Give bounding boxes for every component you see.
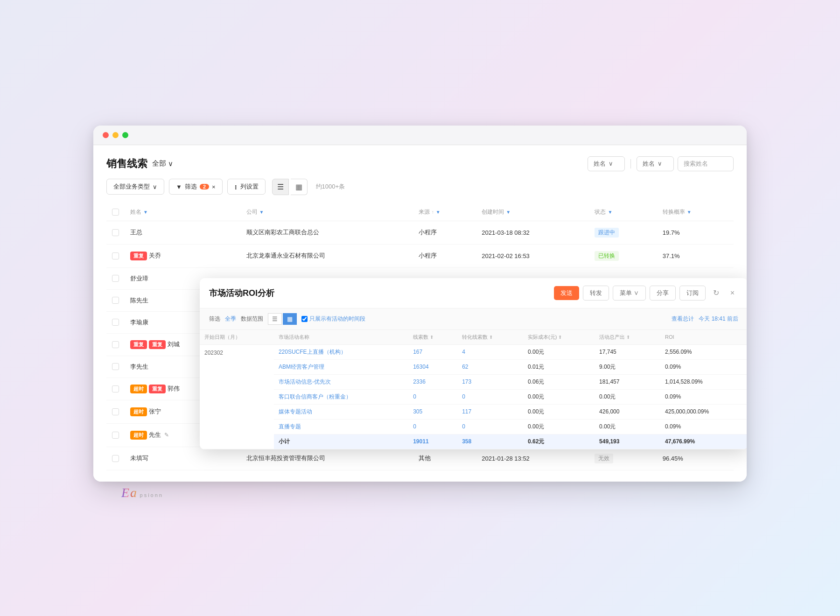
close-dot[interactable] (103, 132, 109, 138)
name-text[interactable]: 李先生 (130, 363, 148, 370)
biz-type-select[interactable]: 全部业务类型 ∨ (106, 179, 164, 195)
select-all-checkbox[interactable] (112, 209, 119, 216)
list-view-button[interactable]: ☰ (272, 179, 289, 195)
time-filter-icon[interactable]: ▼ (506, 210, 511, 215)
col-name-label: 姓名 (130, 208, 141, 216)
roi-converted: 62 (457, 359, 523, 374)
roi-total-leads: 19011 (408, 434, 457, 449)
name-text[interactable]: 李瑜康 (130, 319, 148, 326)
modal-list-view[interactable]: ☰ (268, 313, 282, 325)
name-text[interactable]: 王总 (130, 229, 142, 236)
row-company: 北京恒丰苑投资管理有限公司 (241, 447, 413, 470)
col-settings-button[interactable]: ⫿ 列设置 (227, 179, 266, 195)
name-text[interactable]: 未填写 (130, 455, 148, 462)
row-company: 顺义区南彩农工商联合总公 (241, 221, 413, 244)
roi-output: 9.00元 (595, 359, 660, 374)
row-checkbox[interactable] (112, 341, 119, 348)
view-dropdown[interactable]: 全部 ∨ (152, 159, 173, 168)
row-checkbox[interactable] (112, 297, 119, 304)
filter-badge: 2 (200, 184, 209, 189)
search-input[interactable]: 搜索姓名 (678, 156, 734, 171)
row-checkbox[interactable] (112, 363, 119, 370)
roi-th-roi: ROI (660, 330, 747, 345)
menu-button[interactable]: 菜单 ∨ (613, 286, 646, 301)
row-checkbox[interactable] (112, 408, 119, 415)
forward-button[interactable]: 转发 (583, 286, 609, 301)
roi-leads: 0 (408, 419, 457, 434)
row-checkbox[interactable] (112, 275, 119, 282)
status-filter-icon[interactable]: ▼ (608, 210, 612, 215)
row-checkbox[interactable] (112, 252, 119, 259)
name-text[interactable]: 陈先生 (130, 297, 148, 304)
row-checkbox[interactable] (112, 455, 119, 462)
col-company-label: 公司 (246, 208, 258, 216)
roi-activity-link[interactable]: 客口联合信商客户（粉重金） (279, 393, 351, 400)
modal-actions: 发送 转发 菜单 ∨ 分享 订阅 ↻ × (554, 286, 738, 301)
roi-activity-name: 媒体专题活动 (274, 404, 408, 419)
modal-total-link[interactable]: 查看总计 今天 18:41 前后 (672, 315, 738, 323)
bottom-area: Ea psionn (93, 485, 747, 500)
name-filter-icon[interactable]: ▼ (143, 210, 148, 215)
modal-checkbox-label[interactable]: 只展示有活动的时间段 (301, 315, 365, 323)
roi-table-header: 开始日期（月） 市场活动名称 线索数 ⬆ 转化线索数 ⬆ 实际成本(元) ⬆ 活… (200, 330, 747, 345)
close-button[interactable]: × (727, 287, 738, 299)
subscribe-button[interactable]: 订阅 (679, 286, 706, 301)
bottom-text: Ea (121, 485, 138, 500)
edit-icon[interactable]: ✎ (163, 432, 169, 438)
name-text[interactable]: 先生 (149, 431, 161, 438)
filter-button[interactable]: ▼ 筛选 2 × (169, 179, 223, 195)
roi-leads: 305 (408, 404, 457, 419)
close-icon[interactable]: × (212, 183, 216, 190)
row-conversion: 19.7% (657, 221, 734, 244)
modal-toolbar-left: 筛选 全季 数据范围 ☰ ▦ 只展示有活动的时间段 (209, 313, 365, 325)
roi-activity-name: 直播专题 (274, 419, 408, 434)
roi-activity-name: 市场活动信息-优先次 (274, 374, 408, 389)
roi-activity-row: ABM经营客户管理16304620.01元9.00元0.09% (200, 359, 747, 374)
col-status-label: 状态 (595, 208, 606, 216)
row-checkbox[interactable] (112, 385, 119, 392)
modal-grid-view[interactable]: ▦ (283, 313, 297, 325)
source-filter-icon[interactable]: ▼ (436, 210, 441, 215)
bottom-label: psionn (140, 492, 163, 498)
row-checkbox[interactable] (112, 319, 119, 326)
search-field-select[interactable]: 姓名 ∨ (588, 156, 625, 171)
roi-cost: 0.00元 (523, 389, 595, 404)
name-text[interactable]: 舒业璋 (130, 275, 148, 282)
name-text[interactable]: 张宁 (149, 408, 161, 415)
conversion-filter-icon[interactable]: ▼ (687, 210, 692, 215)
roi-cost: 0.00元 (523, 344, 595, 359)
col-conversion-label: 转换概率 (663, 208, 685, 216)
roi-activity-link[interactable]: ABM经营客户管理 (279, 364, 324, 370)
name-text[interactable]: 刘城 (168, 341, 180, 348)
refresh-button[interactable]: ↻ (709, 287, 723, 299)
row-checkbox[interactable] (112, 432, 119, 439)
roi-leads: 167 (408, 344, 457, 359)
row-checkbox[interactable] (112, 229, 119, 236)
roi-table-container[interactable]: 开始日期（月） 市场活动名称 线索数 ⬆ 转化线索数 ⬆ 实际成本(元) ⬆ 活… (200, 330, 747, 449)
modal-data-source: 数据范围 (241, 315, 263, 323)
modal-filter-label: 筛选 全季 (209, 315, 236, 323)
grid-view-button[interactable]: ▦ (291, 179, 308, 195)
name-text[interactable]: 郭伟 (168, 385, 180, 392)
modal-header: 市场活动ROI分析 发送 转发 菜单 ∨ 分享 订阅 ↻ × (200, 278, 747, 308)
chevron-down-icon: ∨ (168, 160, 173, 168)
send-button[interactable]: 发送 (554, 286, 579, 300)
roi-activity-link[interactable]: 直播专题 (279, 423, 301, 430)
maximize-dot[interactable] (122, 132, 128, 138)
modal-checkbox[interactable] (301, 316, 308, 322)
modal-view-toggle: ☰ ▦ (268, 313, 297, 325)
source-sort-icon[interactable]: ↑ (432, 210, 434, 215)
search-field-select2[interactable]: 姓名 ∨ (637, 156, 674, 171)
minimize-dot[interactable] (112, 132, 119, 138)
company-filter-icon[interactable]: ▼ (259, 210, 264, 215)
th-time: 创建时间 ▼ (476, 203, 589, 221)
name-text[interactable]: 关乔 (149, 252, 161, 259)
roi-total-row: 小计190113580.62元549,19347,676.99% (200, 434, 747, 449)
share-button[interactable]: 分享 (650, 286, 676, 301)
table-row: 王总顺义区南彩农工商联合总公小程序2021-03-18 08:32跟进中19.7… (106, 221, 734, 244)
roi-activity-link[interactable]: 媒体专题活动 (279, 408, 312, 415)
main-window: 销售线索 全部 ∨ 姓名 ∨ 姓名 ∨ 搜索姓 (93, 126, 747, 482)
roi-converted: 173 (457, 374, 523, 389)
roi-activity-link[interactable]: 220SUCFE上直播（机构） (279, 349, 346, 355)
roi-activity-link[interactable]: 市场活动信息-优先次 (279, 378, 331, 385)
